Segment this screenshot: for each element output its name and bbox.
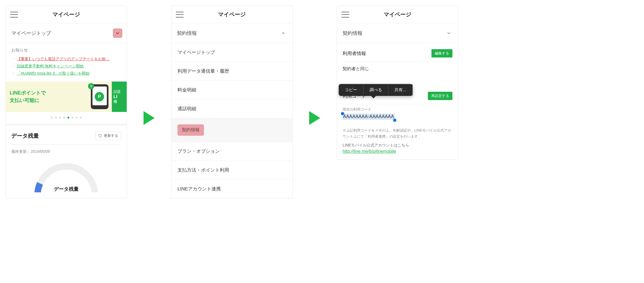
chevron-down-icon[interactable]: [444, 28, 454, 38]
screen-2-menu-expanded: マイページ 契約情報 マイページトップ 利用データ通信量・履歴 料金明細 通話明…: [171, 6, 293, 198]
point-badge-icon: P: [95, 92, 104, 101]
section-title: 契約情報: [177, 30, 197, 36]
notice-item[interactable]: ・「HUAWEI nova lite 3」の取り扱いを開始: [11, 70, 121, 77]
yen-badge-icon: ¥: [88, 83, 94, 89]
flow-arrow-icon: [144, 111, 155, 126]
edit-button[interactable]: 編集する: [431, 49, 452, 57]
screen-3-contract-detail: マイページ 契約情報 利用者情報 編集する 契約者と同じ 利用コード 再設定する…: [337, 6, 458, 160]
context-share-button[interactable]: 共有...: [388, 84, 413, 96]
data-remaining-section: データ残量 更新する 最終更新：2019/05/09 データ残量: [6, 124, 127, 198]
header: マイページ: [171, 6, 292, 23]
section-title: 契約情報: [343, 30, 362, 36]
same-as-contractor-value: 契約者と同じ: [343, 62, 452, 86]
header: マイページ: [337, 6, 458, 23]
text-selection-context-menu: コピー 調べる 共有...: [339, 84, 413, 96]
flow-arrow-icon: [309, 111, 320, 126]
refresh-button[interactable]: 更新する: [95, 131, 121, 140]
current-code-label: 現在の利用コード: [343, 107, 452, 112]
banner-text: LINEポイントで 支払い可能に: [10, 89, 46, 104]
menu-item-billing[interactable]: 料金明細: [171, 81, 292, 99]
menu-item-line-link[interactable]: LINEアカウント連携: [171, 180, 292, 198]
svg-marker-4: [309, 111, 320, 125]
menu-item-mypage-top[interactable]: マイページトップ: [171, 43, 292, 62]
chevron-up-icon[interactable]: [279, 28, 288, 38]
menu-item-data-usage[interactable]: 利用データ通信量・履歴: [171, 62, 292, 81]
promo-banner[interactable]: LINEポイントで 支払い可能に ¥ P 話題 LI 機: [6, 82, 127, 112]
notices-section: お知らせ ・【重要】いつでも電話アプリのアップデートをお願… ・回線変更手数料 …: [6, 43, 127, 79]
section-accordion-header[interactable]: 契約情報: [337, 23, 458, 43]
reset-button[interactable]: 再設定する: [428, 92, 452, 100]
data-remaining-title: データ残量: [11, 132, 39, 140]
screen-1-mypage-top: マイページ マイページトップ お知らせ ・【重要】いつでも電話アプリのアップデー…: [6, 6, 127, 198]
chevron-down-icon[interactable]: [113, 28, 122, 38]
notices-heading: お知らせ: [11, 48, 121, 53]
user-info-row: 利用者情報 編集する: [343, 43, 452, 62]
last-updated: 最終更新：2019/05/09: [11, 149, 121, 154]
notice-item[interactable]: ・【重要】いつでも電話アプリのアップデートをお願…: [11, 56, 121, 63]
carousel-dots[interactable]: [6, 112, 127, 124]
section-title: マイページトップ: [11, 30, 51, 36]
selection-handle-icon[interactable]: [341, 112, 344, 115]
official-account-note: LINEモバイル公式アカウントはこちら: [343, 143, 452, 148]
data-donut-chart: データ残量: [11, 159, 121, 192]
usage-code-note: ※上記利用コードをメモの上、年齢認証や、LINEモバイル公式アカウント上にて「利…: [343, 127, 452, 140]
menu-item-plan-option[interactable]: プラン・オプション: [171, 142, 292, 161]
header: マイページ: [6, 6, 127, 23]
menu-item-payment[interactable]: 支払方法・ポイント利用: [171, 161, 292, 180]
menu-item-call-detail[interactable]: 通話明細: [171, 99, 292, 118]
user-info-label: 利用者情報: [343, 50, 366, 57]
refresh-icon: [98, 134, 102, 138]
usage-code-value-selected[interactable]: AAAAAAAA-AAAAAAAA: [343, 114, 395, 120]
banner-side-peek: 話題 LI 機: [112, 82, 127, 112]
notice-item[interactable]: ・回線変更手数料 無料キャンペーン開始: [11, 63, 121, 70]
selection-handle-icon[interactable]: [393, 119, 396, 122]
section-accordion-header[interactable]: マイページトップ: [6, 23, 127, 43]
section-accordion-header[interactable]: 契約情報: [171, 23, 292, 43]
svg-marker-3: [144, 111, 155, 125]
page-title: マイページ: [176, 11, 288, 18]
page-title: マイページ: [10, 11, 122, 18]
context-lookup-button[interactable]: 調べる: [364, 84, 388, 96]
menu-item-contract-info[interactable]: 契約情報: [171, 118, 292, 142]
line-mobile-link[interactable]: http://line.me/ti/p/linemobile: [343, 149, 396, 154]
page-title: マイページ: [341, 11, 454, 18]
context-copy-button[interactable]: コピー: [339, 84, 364, 96]
